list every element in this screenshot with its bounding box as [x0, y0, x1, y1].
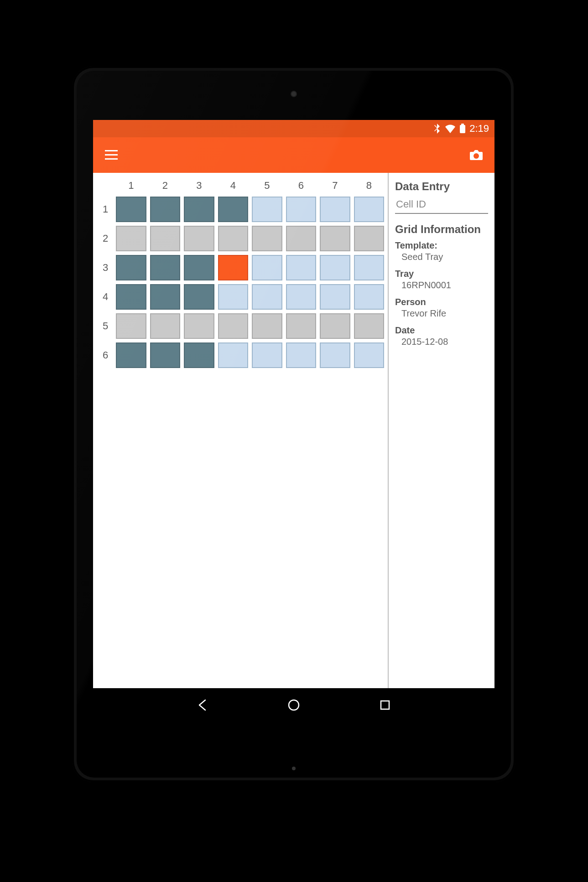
svg-rect-4	[105, 158, 118, 160]
status-time: 2:19	[469, 123, 489, 135]
grid-cell[interactable]	[286, 284, 317, 310]
grid-cell[interactable]	[320, 313, 350, 339]
grid-cell[interactable]	[354, 342, 385, 368]
grid-info-heading: Grid Information	[395, 223, 488, 236]
svg-rect-1	[461, 124, 464, 125]
svg-rect-3	[105, 154, 118, 156]
template-info: Template: Seed Tray	[395, 240, 488, 262]
grid-cell[interactable]	[184, 342, 214, 368]
col-header: 3	[182, 176, 216, 195]
grid-cell[interactable]	[184, 255, 214, 280]
grid-cell[interactable]	[354, 284, 385, 310]
person-info: Person Trevor Rife	[395, 297, 488, 319]
grid-cell[interactable]	[218, 284, 249, 310]
grid-cell[interactable]	[218, 342, 249, 368]
menu-button[interactable]	[102, 146, 120, 164]
recents-button[interactable]	[376, 696, 394, 714]
date-value: 2015-12-08	[395, 337, 488, 347]
col-header: 4	[216, 176, 250, 195]
grid-cell[interactable]	[184, 197, 214, 222]
grid-cell[interactable]	[116, 313, 146, 339]
seed-tray-grid: 12345678123456	[97, 176, 386, 370]
home-button[interactable]	[285, 696, 303, 714]
grid-cell[interactable]	[116, 197, 146, 222]
tray-label: Tray	[395, 269, 488, 279]
grid-cell[interactable]	[252, 255, 282, 280]
grid-cell[interactable]	[354, 197, 385, 222]
grid-cell[interactable]	[252, 313, 282, 339]
col-header: 2	[148, 176, 182, 195]
svg-rect-7	[381, 701, 389, 709]
back-button[interactable]	[193, 696, 212, 714]
col-header: 5	[250, 176, 284, 195]
grid-cell[interactable]	[320, 284, 350, 310]
person-value: Trevor Rife	[395, 308, 488, 319]
grid-cell[interactable]	[252, 226, 282, 251]
row-header: 5	[97, 311, 114, 341]
tray-info: Tray 16RPN0001	[395, 269, 488, 291]
grid-cell[interactable]	[320, 197, 350, 222]
grid-cell[interactable]	[320, 342, 350, 368]
grid-cell[interactable]	[116, 342, 146, 368]
grid-cell[interactable]	[150, 313, 181, 339]
data-entry-heading: Data Entry	[395, 180, 488, 193]
bluetooth-icon	[434, 123, 441, 134]
row-header: 3	[97, 253, 114, 282]
grid-cell[interactable]	[354, 226, 385, 251]
grid-cell[interactable]	[150, 226, 181, 251]
tray-value: 16RPN0001	[395, 280, 488, 291]
grid-cell[interactable]	[184, 284, 214, 310]
row-header: 4	[97, 282, 114, 311]
grid-cell[interactable]	[320, 255, 350, 280]
grid-cell[interactable]	[320, 226, 350, 251]
grid-cell[interactable]	[286, 197, 317, 222]
grid-cell[interactable]	[218, 313, 249, 339]
grid-cell[interactable]	[116, 284, 146, 310]
side-panel: Data Entry Grid Information Template: Se…	[389, 173, 494, 688]
grid-cell[interactable]	[116, 255, 146, 280]
front-camera-icon	[291, 91, 297, 97]
grid-cell[interactable]	[116, 226, 146, 251]
grid-cell[interactable]	[286, 226, 317, 251]
grid-cell[interactable]	[218, 255, 249, 280]
grid-cell[interactable]	[286, 313, 317, 339]
col-header: 8	[352, 176, 386, 195]
grid-cell[interactable]	[252, 197, 282, 222]
grid-cell[interactable]	[354, 313, 385, 339]
grid-cell[interactable]	[150, 342, 181, 368]
grid-panel: 12345678123456	[93, 173, 389, 688]
grid-cell[interactable]	[286, 342, 317, 368]
person-label: Person	[395, 297, 488, 307]
camera-button[interactable]	[467, 146, 485, 164]
grid-cell[interactable]	[150, 255, 181, 280]
grid-cell[interactable]	[150, 284, 181, 310]
col-header: 6	[284, 176, 318, 195]
grid-cell[interactable]	[218, 226, 249, 251]
col-header: 7	[318, 176, 352, 195]
template-value: Seed Tray	[395, 252, 488, 262]
tablet-chin-dot-icon	[292, 767, 296, 770]
wifi-icon	[445, 124, 456, 133]
date-label: Date	[395, 325, 488, 336]
grid-cell[interactable]	[184, 313, 214, 339]
grid-cell[interactable]	[286, 255, 317, 280]
svg-point-6	[289, 700, 299, 710]
content-area: 12345678123456 Data Entry Grid Informati…	[93, 173, 494, 688]
date-info: Date 2015-12-08	[395, 325, 488, 347]
tablet-frame: 2:19	[72, 66, 515, 782]
grid-cell[interactable]	[252, 284, 282, 310]
grid-cell[interactable]	[218, 197, 249, 222]
status-bar: 2:19	[93, 120, 494, 137]
grid-cell[interactable]	[184, 226, 214, 251]
grid-cell[interactable]	[252, 342, 282, 368]
cell-id-input[interactable]	[395, 197, 488, 214]
device-frame-stage: 2:19	[0, 0, 588, 882]
app-bar	[93, 137, 494, 173]
row-header: 2	[97, 224, 114, 253]
screen: 2:19	[93, 120, 494, 722]
svg-rect-0	[460, 125, 465, 133]
template-label: Template:	[395, 240, 488, 251]
col-header: 1	[114, 176, 148, 195]
grid-cell[interactable]	[150, 197, 181, 222]
grid-cell[interactable]	[354, 255, 385, 280]
